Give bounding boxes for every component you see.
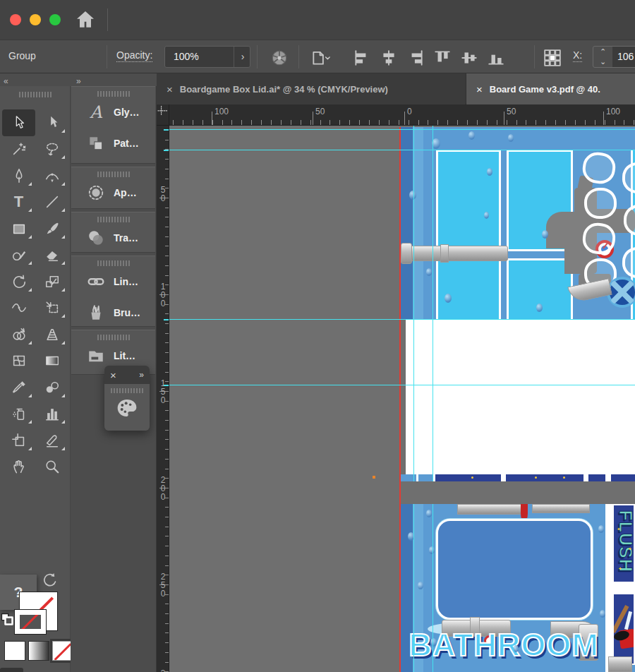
minimize-window-button[interactable] — [30, 14, 41, 25]
expand-icon[interactable]: » — [139, 370, 144, 380]
panel-grip[interactable] — [97, 217, 130, 222]
ruler-origin-corner[interactable] — [157, 104, 169, 126]
gradient-tool[interactable] — [35, 348, 68, 375]
star-icon — [563, 476, 565, 479]
magic-wand-tool[interactable] — [2, 136, 35, 163]
x-coordinate-value[interactable]: 106 — [612, 47, 635, 67]
close-tab-icon[interactable]: × — [476, 83, 483, 95]
side-panel-toolbox — [612, 593, 635, 665]
align-top-icon[interactable] — [433, 49, 452, 67]
draw-inside-button[interactable] — [47, 668, 70, 672]
collapse-tools-icon[interactable]: « — [4, 76, 8, 86]
control-options-bar: Group Opacity: 100% › X: ⌃⌄ 106 — [0, 40, 635, 73]
expand-panels-icon[interactable]: » — [76, 76, 81, 86]
panel-tab-links[interactable]: Lin… — [71, 266, 155, 297]
home-icon[interactable] — [73, 8, 97, 31]
x-coordinate-field[interactable]: ⌃⌄ 106 — [593, 46, 635, 68]
slice-tool[interactable] — [35, 427, 68, 454]
x-coordinate-label: X: — [573, 49, 582, 62]
tab-boardgame-box-lid[interactable]: × Boardgame Box Lid.ai* @ 34 % (CMYK/Pre… — [157, 73, 466, 104]
panel-tab-transparency[interactable]: Tra… — [71, 222, 155, 253]
guide-vertical[interactable] — [433, 126, 433, 672]
panel-grip[interactable] — [19, 92, 52, 97]
curvature-tool[interactable] — [35, 162, 68, 189]
align-right-icon[interactable] — [406, 49, 425, 67]
width-tool[interactable] — [2, 295, 35, 322]
symbol-sprayer-tool[interactable] — [2, 401, 35, 428]
zoom-tool[interactable] — [35, 454, 68, 481]
gradient-button[interactable] — [28, 641, 49, 661]
panel-tab-glyphs[interactable]: AGly… — [71, 97, 155, 128]
shaper-tool[interactable] — [2, 242, 35, 269]
eyedropper-tool[interactable] — [2, 374, 35, 401]
box-side-segment — [501, 474, 506, 481]
color-button[interactable] — [4, 641, 25, 661]
panel-grip[interactable] — [97, 172, 130, 177]
guide-horizontal[interactable] — [169, 319, 635, 320]
close-icon[interactable]: × — [110, 369, 116, 381]
align-v-center-icon[interactable] — [460, 49, 478, 67]
hand-tool[interactable] — [2, 454, 35, 481]
ruler-tick — [165, 410, 169, 411]
align-h-center-icon[interactable] — [380, 49, 398, 67]
rectangle-tool[interactable] — [2, 215, 35, 242]
guide-horizontal[interactable] — [169, 129, 635, 130]
eraser-tool[interactable] — [35, 242, 68, 269]
draw-normal-button[interactable] — [0, 668, 23, 672]
line-segment-tool[interactable] — [35, 189, 68, 216]
align-bottom-icon[interactable] — [487, 49, 505, 67]
panel-grip[interactable] — [97, 260, 130, 266]
paintbrush-tool[interactable] — [35, 215, 68, 242]
align-left-icon[interactable] — [353, 49, 371, 67]
mesh-tool[interactable] — [2, 348, 35, 375]
free-transform-tool[interactable] — [35, 295, 68, 322]
close-window-button[interactable] — [10, 14, 21, 25]
floating-color-themes-panel[interactable]: × » — [104, 366, 150, 431]
align-to-selection-icon[interactable] — [310, 49, 340, 67]
panel-tab-brushes[interactable]: Bru… — [71, 297, 155, 328]
artboard-tool[interactable] — [2, 427, 35, 454]
guide-horizontal[interactable] — [169, 150, 635, 150]
color-themes-icon[interactable] — [116, 397, 138, 419]
direct-selection-tool[interactable] — [35, 109, 68, 136]
rotate-tool[interactable] — [2, 268, 35, 295]
canvas-viewport[interactable]: BATHROOM FLUSH ✦ ✦ ✦ — [169, 126, 635, 672]
blend-tool[interactable] — [35, 374, 68, 401]
stepper-arrows[interactable]: ⌃⌄ — [593, 47, 612, 67]
lasso-tool[interactable] — [35, 136, 68, 163]
recolor-artwork-icon[interactable] — [269, 49, 290, 67]
horizontal-ruler[interactable]: 10050050100 — [169, 104, 635, 126]
reference-point-grid-icon[interactable] — [542, 49, 563, 67]
opacity-field[interactable]: 100% › — [164, 46, 250, 68]
type-tool[interactable]: T — [2, 189, 35, 216]
scale-tool[interactable] — [35, 268, 68, 295]
panel-tab-label: Pat… — [114, 138, 139, 149]
shape-builder-tool[interactable] — [2, 321, 35, 348]
guide-horizontal[interactable] — [169, 385, 635, 385]
chevron-right-icon[interactable]: › — [234, 47, 251, 67]
pen-tool[interactable] — [2, 162, 35, 189]
swap-fill-stroke-icon[interactable] — [0, 611, 14, 627]
vertical-ruler[interactable]: 50100150200250300 — [157, 126, 169, 672]
selection-tool[interactable] — [2, 109, 35, 136]
panel-tab-appearance[interactable]: Ap… — [71, 177, 155, 208]
panel-grip[interactable] — [111, 388, 143, 393]
panel-tab-patterns[interactable]: Pat… — [71, 128, 155, 159]
panel-grip[interactable] — [97, 91, 130, 97]
perspective-grid-tool[interactable] — [35, 321, 68, 348]
box-side-segment — [611, 474, 635, 481]
stroke-swatch[interactable] — [15, 610, 46, 634]
guide-vertical[interactable] — [413, 126, 414, 672]
ruler-tick — [165, 275, 169, 276]
draw-behind-button[interactable] — [23, 668, 47, 672]
opacity-label[interactable]: Opacity: — [116, 49, 152, 62]
tab-board-game-v3[interactable]: × Board Game v3.pdf @ 40. — [466, 73, 635, 104]
revert-arrow-icon[interactable] — [41, 572, 58, 589]
opacity-value[interactable]: 100% — [174, 51, 199, 62]
panel-grip[interactable] — [97, 335, 130, 340]
tab-label[interactable]: Board Game v3.pdf @ 40. — [490, 84, 600, 95]
zoom-window-button[interactable] — [49, 14, 61, 25]
close-tab-icon[interactable]: × — [167, 83, 173, 95]
column-graph-tool[interactable] — [35, 401, 68, 428]
tab-label[interactable]: Boardgame Box Lid.ai* @ 34 % (CMYK/Previ… — [180, 84, 388, 95]
